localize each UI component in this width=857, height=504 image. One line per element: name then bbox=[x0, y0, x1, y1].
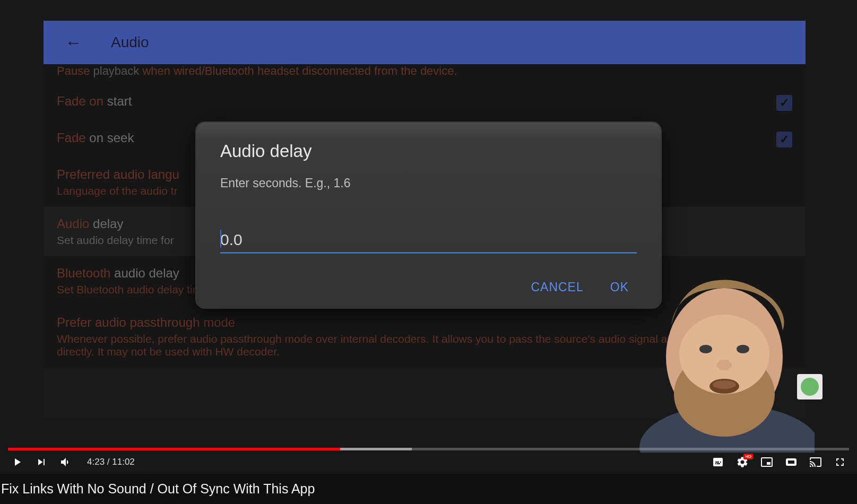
setting-fade-on-start[interactable]: Fade on start ✓ bbox=[44, 84, 806, 121]
checkbox-icon[interactable]: ✓ bbox=[776, 95, 792, 111]
back-arrow-icon[interactable]: ← bbox=[65, 33, 82, 53]
cast-icon[interactable] bbox=[809, 456, 822, 468]
ok-button[interactable]: OK bbox=[610, 280, 629, 294]
audio-delay-dialog: Audio delay Enter seconds. E.g., 1.6 CAN… bbox=[196, 123, 661, 308]
play-icon[interactable] bbox=[11, 456, 23, 468]
audio-delay-input[interactable] bbox=[220, 228, 637, 254]
video-title[interactable]: Fix Links With No Sound / Out Of Sync Wi… bbox=[0, 474, 857, 504]
video-player-area: ← Audio Pause playback when wired/Blueto… bbox=[0, 0, 857, 474]
partial-setting-text: Pause playback when wired/Bluetooth head… bbox=[44, 64, 806, 84]
next-icon[interactable] bbox=[35, 456, 48, 468]
text-cursor bbox=[220, 230, 221, 248]
svg-point-6 bbox=[717, 360, 732, 370]
fullscreen-icon[interactable] bbox=[834, 456, 846, 468]
cancel-button[interactable]: CANCEL bbox=[531, 280, 583, 294]
dialog-subtitle: Enter seconds. E.g., 1.6 bbox=[220, 176, 637, 190]
channel-avatar-icon bbox=[801, 378, 819, 396]
miniplayer-icon[interactable] bbox=[760, 456, 773, 468]
subtitles-icon[interactable] bbox=[712, 456, 724, 468]
svg-point-8 bbox=[713, 380, 736, 389]
settings-icon[interactable]: HD bbox=[736, 456, 749, 468]
svg-point-4 bbox=[699, 345, 712, 353]
player-controls: 4:23 / 11:02 HD bbox=[0, 450, 857, 474]
time-display: 4:23 / 11:02 bbox=[87, 457, 135, 467]
theater-icon[interactable] bbox=[785, 456, 798, 468]
dialog-title: Audio delay bbox=[220, 141, 637, 161]
hd-badge: HD bbox=[743, 454, 753, 459]
checkbox-icon[interactable]: ✓ bbox=[776, 132, 792, 147]
svg-point-5 bbox=[737, 345, 749, 353]
app-header-title: Audio bbox=[111, 34, 149, 51]
channel-badge[interactable] bbox=[797, 374, 823, 399]
app-header: ← Audio bbox=[44, 21, 806, 64]
volume-icon[interactable] bbox=[59, 456, 72, 468]
